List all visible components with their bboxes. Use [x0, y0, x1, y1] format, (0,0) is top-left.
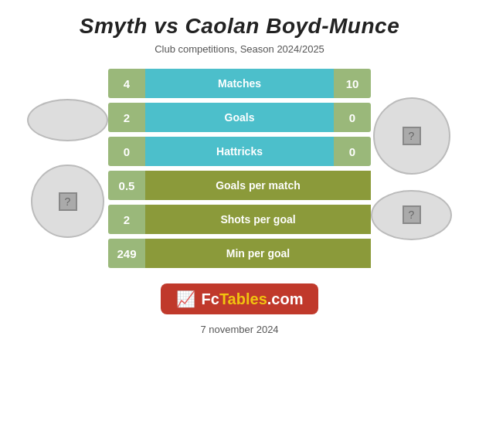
right-player-image-placeholder-mid: ?: [403, 205, 421, 224]
right-player-column: ? ?: [371, 97, 452, 240]
left-player-column: ?: [27, 99, 108, 238]
stat-row-shots_per_goal: 2Shots per goal: [108, 205, 371, 234]
date-text: 7 november 2024: [200, 324, 278, 335]
stat-row-matches: 4Matches10: [108, 69, 371, 98]
logo-icon: 📈: [176, 290, 195, 308]
page-subtitle: Club competitions, Season 2024/2025: [155, 43, 324, 55]
stat-row-min_per_goal: 249Min per goal: [108, 239, 371, 268]
left-top-avatar: [27, 99, 108, 141]
stat-left-val-hattricks: 0: [108, 137, 145, 166]
stat-left-val-goals: 2: [108, 103, 145, 132]
stat-right-val-hattricks: 0: [334, 137, 371, 166]
logo-box: 📈 FcTables.com: [161, 283, 319, 314]
stat-label-shots_per_goal: Shots per goal: [145, 205, 371, 234]
logo-text: FcTables.com: [202, 290, 304, 308]
stat-label-matches: Matches: [145, 69, 334, 98]
stat-label-hattricks: Hattricks: [145, 137, 334, 166]
right-player-image-placeholder-top: ?: [403, 127, 421, 145]
stats-column: 4Matches102Goals00Hattricks00.5Goals per…: [108, 69, 371, 268]
stat-label-goals: Goals: [145, 103, 334, 132]
left-player-image-placeholder: ?: [59, 192, 77, 211]
page-container: Smyth vs Caolan Boyd-Munce Club competit…: [0, 0, 479, 448]
stat-row-goals_per_match: 0.5Goals per match: [108, 171, 371, 200]
stat-right-val-matches: 10: [334, 69, 371, 98]
stat-left-val-min_per_goal: 249: [108, 239, 145, 268]
stat-left-val-goals_per_match: 0.5: [108, 171, 145, 200]
right-mid-avatar: ?: [371, 190, 452, 240]
logo-area: 📈 FcTables.com 7 november 2024: [161, 283, 319, 335]
stat-left-val-shots_per_goal: 2: [108, 205, 145, 234]
right-top-avatar: ?: [373, 97, 450, 175]
stat-right-val-goals: 0: [334, 103, 371, 132]
left-mid-avatar: ?: [31, 165, 104, 238]
stat-row-goals: 2Goals0: [108, 103, 371, 132]
stat-label-goals_per_match: Goals per match: [145, 171, 371, 200]
stat-label-min_per_goal: Min per goal: [145, 239, 371, 268]
stat-left-val-matches: 4: [108, 69, 145, 98]
stat-row-hattricks: 0Hattricks0: [108, 137, 371, 166]
page-title: Smyth vs Caolan Boyd-Munce: [80, 14, 399, 39]
comparison-area: ? 4Matches102Goals00Hattricks00.5Goals p…: [0, 69, 479, 268]
